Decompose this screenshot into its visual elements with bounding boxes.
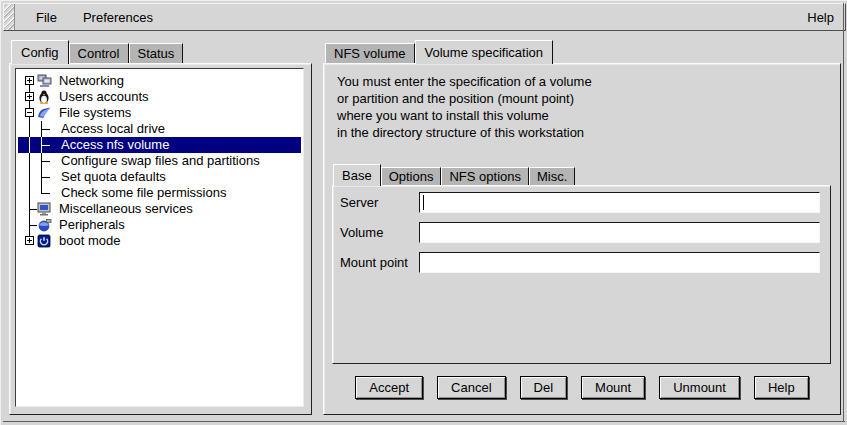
tab-config[interactable]: Config — [11, 40, 69, 64]
tree-item-boot-mode[interactable]: boot mode — [18, 233, 301, 249]
left-notebook: Config Control Status Networking — [9, 37, 312, 415]
right-notebook: NFS volume Volume specification You must… — [323, 37, 841, 415]
tree-item-label: File systems — [59, 105, 131, 121]
menu-preferences[interactable]: Preferences — [70, 10, 166, 25]
tab-control[interactable]: Control — [69, 43, 129, 63]
base-tab-page: Server Volume Mount point — [332, 185, 831, 364]
tab-options[interactable]: Options — [381, 167, 442, 185]
tab-misc[interactable]: Misc. — [529, 167, 575, 185]
tree-expander-plus-icon[interactable] — [25, 236, 34, 245]
accept-button[interactable]: Accept — [355, 376, 423, 399]
tab-status[interactable]: Status — [129, 43, 184, 63]
tree-item-label: boot mode — [59, 233, 120, 249]
tree-item-check-file-permissions[interactable]: Check some file permissions — [18, 185, 301, 201]
menu-help[interactable]: Help — [794, 10, 845, 25]
tree-item-access-nfs-volume[interactable]: Access nfs volume — [18, 137, 301, 153]
tree-line — [41, 193, 50, 194]
mount-point-input[interactable] — [419, 252, 820, 273]
text-cursor — [423, 195, 424, 210]
tree-item-miscellaneous-services[interactable]: Miscellaneous services — [18, 201, 301, 217]
tree-item-users-accounts[interactable]: Users accounts — [18, 89, 301, 105]
description-line: in the directory structure of this works… — [337, 124, 592, 141]
tree-line — [41, 161, 50, 162]
tree-line — [41, 129, 50, 130]
unmount-button[interactable]: Unmount — [659, 376, 740, 399]
tree-expander-minus-icon[interactable] — [25, 108, 34, 117]
volume-field-row: Volume — [340, 222, 820, 244]
help-button[interactable]: Help — [754, 376, 809, 399]
tab-nfs-volume[interactable]: NFS volume — [325, 43, 415, 63]
tree-item-file-systems[interactable]: File systems — [18, 105, 301, 121]
tree-line — [29, 169, 30, 185]
server-label: Server — [340, 195, 378, 210]
tree-line — [41, 145, 50, 146]
del-button[interactable]: Del — [520, 376, 568, 399]
filesystem-icon — [37, 106, 52, 120]
server-input[interactable] — [419, 192, 820, 213]
tree-line — [29, 185, 30, 201]
right-tab-bar: NFS volume Volume specification — [323, 37, 841, 63]
tree-item-label: Check some file permissions — [61, 185, 226, 201]
left-tab-bar: Config Control Status — [9, 37, 312, 63]
tree-expander-plus-icon[interactable] — [25, 92, 34, 101]
config-tree: Networking Users accounts File systems — [15, 68, 304, 407]
tree-line — [29, 121, 30, 137]
tree-line — [30, 225, 37, 226]
tree-item-label: Set quota defaults — [61, 169, 166, 185]
menubar-grip-handle[interactable] — [4, 4, 15, 30]
tree-line — [29, 153, 30, 169]
config-tab-page: Networking Users accounts File systems — [9, 63, 312, 415]
tree-item-label: Miscellaneous services — [59, 201, 193, 217]
tree-item-set-quota-defaults[interactable]: Set quota defaults — [18, 169, 301, 185]
network-icon — [37, 74, 52, 88]
tree-item-label: Configure swap files and partitions — [61, 153, 260, 169]
tree-item-label: Peripherals — [59, 217, 125, 233]
tab-nfs-options[interactable]: NFS options — [441, 167, 529, 185]
mount-point-field-row: Mount point — [340, 252, 820, 274]
peripherals-icon — [37, 218, 52, 232]
volume-specification-page: You must enter the specification of a vo… — [323, 63, 841, 415]
tree-item-access-local-drive[interactable]: Access local drive — [18, 121, 301, 137]
mount-button[interactable]: Mount — [581, 376, 645, 399]
action-button-row: Accept Cancel Del Mount Unmount Help — [324, 376, 840, 399]
menu-bar: File Preferences Help — [3, 3, 846, 31]
tree-item-label: Users accounts — [59, 89, 149, 105]
penguin-icon — [37, 90, 52, 104]
description-line: where you want to install this volume — [337, 107, 592, 124]
volume-label: Volume — [340, 225, 383, 240]
linuxconf-window: File Preferences Help Config Control Sta… — [0, 0, 847, 425]
tree-line — [41, 185, 42, 193]
server-field-row: Server — [340, 192, 820, 214]
window-frame-shadow — [3, 421, 845, 422]
cancel-button[interactable]: Cancel — [437, 376, 505, 399]
form-tab-bar: Base Options NFS options Misc. — [332, 162, 831, 185]
tab-volume-specification[interactable]: Volume specification — [415, 40, 554, 64]
tree-item-label: Networking — [59, 73, 124, 89]
tree-item-peripherals[interactable]: Peripherals — [18, 217, 301, 233]
tree-item-configure-swap[interactable]: Configure swap files and partitions — [18, 153, 301, 169]
monitor-icon — [37, 202, 52, 216]
tree-line — [29, 137, 30, 153]
power-icon — [37, 234, 52, 248]
page-description: You must enter the specification of a vo… — [337, 73, 592, 141]
tree-item-label: Access local drive — [61, 121, 165, 137]
volume-input[interactable] — [419, 222, 820, 243]
tab-base[interactable]: Base — [333, 164, 381, 186]
tree-expander-plus-icon[interactable] — [25, 76, 34, 85]
description-line: or partition and the position (mount poi… — [337, 90, 592, 107]
window-frame-shadow — [843, 3, 844, 422]
tree-item-networking[interactable]: Networking — [18, 73, 301, 89]
description-line: You must enter the specification of a vo… — [337, 73, 592, 90]
tree-item-label: Access nfs volume — [61, 137, 169, 153]
volume-form-notebook: Base Options NFS options Misc. Server — [332, 162, 831, 364]
tree-line — [30, 209, 37, 210]
menu-file[interactable]: File — [25, 10, 70, 25]
mount-point-label: Mount point — [340, 255, 408, 270]
tree-line — [41, 177, 50, 178]
